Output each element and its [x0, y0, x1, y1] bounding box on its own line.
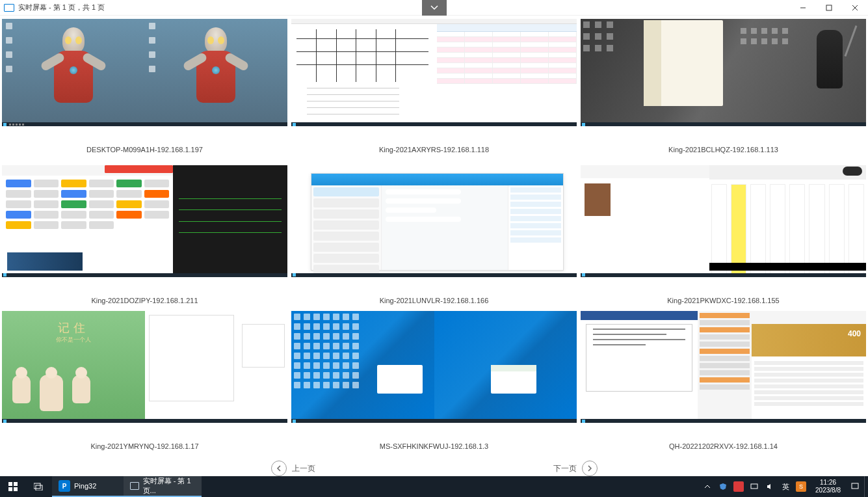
screen-thumbnail[interactable]: 记住 你不是一个人 — [2, 311, 287, 423]
screen-thumbnail[interactable] — [581, 19, 866, 126]
tray-network-icon[interactable] — [749, 481, 759, 492]
close-button[interactable] — [842, 0, 868, 16]
taskbar-app-ping32[interactable]: P Ping32 — [52, 476, 124, 497]
svg-rect-5 — [14, 487, 18, 491]
svg-rect-7 — [36, 485, 42, 490]
screen-tile: 400 QH-20221202RXVX-192.168.1.14 — [581, 311, 866, 455]
thumb-title: 记住 — [58, 320, 89, 336]
screen-caption: King-2021AXRYRS-192.168.1.118 — [291, 126, 577, 154]
prev-page-button[interactable]: 上一页 — [266, 459, 321, 477]
tray-ime-icon[interactable]: 英 — [780, 481, 791, 492]
screen-thumbnail[interactable] — [581, 165, 866, 277]
screen-tile: DESKTOP-M099A1H-192.168.1.197 — [2, 19, 287, 163]
minimize-button[interactable] — [790, 0, 816, 16]
screen-caption: King-2021DOZIPY-192.168.1.211 — [2, 277, 287, 304]
task-view-button[interactable] — [26, 476, 52, 497]
svg-rect-4 — [8, 487, 12, 491]
svg-rect-6 — [34, 483, 40, 489]
screen-tile: 记住 你不是一个人 King-2021YMRYNQ-192.168.1.17 — [2, 311, 287, 455]
screen-tile: King-2021AXRYRS-192.168.1.118 — [291, 19, 577, 163]
svg-rect-1 — [826, 5, 832, 10]
screen-caption: QH-20221202RXVX-192.168.1.14 — [581, 423, 866, 450]
svg-rect-3 — [14, 482, 18, 486]
screen-thumbnail[interactable] — [291, 19, 577, 126]
chevron-down-icon — [430, 5, 438, 10]
next-page-button[interactable]: 下一页 — [548, 459, 603, 477]
screen-tile: King-2021DOZIPY-192.168.1.211 — [2, 165, 287, 309]
screen-thumbnail[interactable] — [291, 311, 577, 423]
tray-volume-icon[interactable] — [765, 481, 775, 492]
svg-rect-2 — [8, 482, 12, 486]
screen-caption: King-2021PKWDXC-192.168.1.155 — [581, 277, 866, 304]
window-controls — [790, 0, 868, 16]
taskbar-app-label: 实时屏幕 - 第 1 页... — [143, 476, 195, 496]
tray-app-red-icon[interactable] — [733, 481, 744, 492]
window-titlebar: 实时屏幕 - 第 1 页，共 1 页 — [0, 0, 868, 16]
screen-caption: King-2021LUNVLR-192.168.1.166 — [291, 277, 577, 304]
windows-icon — [8, 482, 18, 491]
svg-rect-9 — [852, 483, 858, 489]
screen-caption: DESKTOP-M099A1H-192.168.1.197 — [2, 126, 287, 154]
screen-caption: King-2021YMRYNQ-192.168.1.17 — [2, 423, 287, 450]
monitor-icon — [130, 482, 139, 490]
prev-page-label: 上一页 — [292, 463, 315, 474]
screen-tile: King-2021BCLHQZ-192.168.1.113 — [581, 19, 866, 163]
arrow-left-icon — [271, 461, 287, 476]
maximize-icon — [826, 5, 832, 11]
thumb-subtitle: 你不是一个人 — [56, 336, 91, 344]
ping32-icon: P — [59, 480, 70, 492]
collapse-button[interactable] — [422, 0, 447, 16]
close-icon — [852, 5, 858, 11]
screen-thumbnail[interactable] — [291, 165, 577, 277]
screen-grid: DESKTOP-M099A1H-192.168.1.197 — [0, 16, 868, 458]
minimize-icon — [800, 5, 806, 11]
taskbar-app-label: Ping32 — [74, 482, 96, 490]
maximize-button[interactable] — [816, 0, 842, 16]
screen-tile: MS-SXFHKINKFWUJ-192.168.1.3 — [291, 311, 577, 455]
taskbar: P Ping32 实时屏幕 - 第 1 页... 英 S 11:26 2023/… — [0, 476, 868, 497]
screen-tile: King-2021PKWDXC-192.168.1.155 — [581, 165, 866, 309]
screen-caption: King-2021BCLHQZ-192.168.1.113 — [581, 126, 866, 154]
taskbar-clock[interactable]: 11:26 2023/8/8 — [811, 479, 845, 494]
screen-thumbnail[interactable] — [2, 19, 287, 126]
taskbar-app-realtime-screen[interactable]: 实时屏幕 - 第 1 页... — [124, 476, 202, 497]
window-title: 实时屏幕 - 第 1 页，共 1 页 — [18, 3, 105, 12]
arrow-right-icon — [582, 461, 598, 476]
task-view-icon — [34, 483, 44, 490]
tray-shield-icon[interactable] — [718, 481, 728, 492]
clock-date: 2023/8/8 — [815, 487, 841, 494]
show-desktop-button[interactable] — [864, 476, 868, 497]
tray-sogou-icon[interactable]: S — [796, 481, 806, 492]
svg-rect-8 — [751, 484, 757, 489]
app-monitor-icon — [4, 4, 14, 12]
tray-overflow-icon[interactable] — [702, 481, 713, 492]
screen-tile: King-2021LUNVLR-192.168.1.166 — [291, 165, 577, 309]
screen-thumbnail[interactable]: 400 — [581, 311, 866, 423]
system-tray: 英 S 11:26 2023/8/8 — [702, 476, 864, 497]
notification-center-icon[interactable] — [850, 481, 860, 492]
screen-caption: MS-SXFHKINKFWUJ-192.168.1.3 — [291, 423, 577, 450]
next-page-label: 下一页 — [553, 463, 577, 474]
start-button[interactable] — [0, 476, 26, 497]
screen-thumbnail[interactable] — [2, 165, 287, 277]
clock-time: 11:26 — [815, 479, 841, 487]
thumb-banner-text: 400 — [848, 329, 861, 338]
